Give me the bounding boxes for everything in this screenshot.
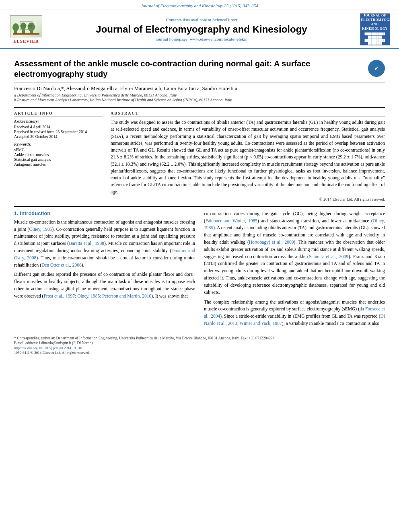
right-para-2: The complex relationship among the activ… (204, 299, 385, 327)
issn-line: 1050-6411/© 2014 Elsevier Ltd. All right… (14, 351, 385, 355)
received-date: Received 4 April 2014 (14, 125, 103, 129)
keyword-2: Ankle-flexor muscles (14, 152, 103, 157)
header-center: Contents lists available at ScienceDirec… (48, 17, 355, 41)
homepage-url[interactable]: www.elsevier.com/locate/jelekin (190, 37, 247, 41)
crossmark-badge: ✓ (368, 60, 385, 77)
keyword-3: Statistical gait analysis (14, 157, 103, 162)
body-right-col: co-contraction varies during the gait cy… (204, 210, 385, 330)
journal-homepage: journal homepage: www.elsevier.com/locat… (48, 37, 355, 41)
journal-logo-box: JOURNAL OF ELECTROMYOGRAPHY AND KINESIOL… (360, 13, 390, 45)
svg-text:ELSEVIER: ELSEVIER (19, 25, 33, 28)
ref-darainy-2008[interactable]: Darainy and Ostry, 2008 (14, 248, 195, 260)
ref-schmitz-2009[interactable]: Schmitz et al., 2009 (309, 254, 348, 259)
ref-frost-1997[interactable]: Frost et al., 1997; Olney, 1985; Peterso… (43, 294, 151, 298)
copyright-notice: © 2014 Elsevier Ltd. All rights reserved… (111, 197, 385, 201)
abstract-text: The study was designed to assess the co-… (111, 119, 385, 195)
received-revised-date: Received in revised form 23 September 20… (14, 129, 103, 134)
svg-rect-6 (13, 33, 39, 35)
article-info: ARTICLE INFO Article history: Received 4… (14, 111, 103, 201)
article-title: Assessment of the ankle muscle co-contra… (14, 58, 364, 79)
keyword-4: Antagonist muscles (14, 162, 103, 166)
authors-section: Francesco Di Nardo a,*, Alessandro Menga… (14, 83, 385, 103)
two-col-section: ARTICLE INFO Article history: Received 4… (14, 107, 385, 201)
sciencedirect-link[interactable]: ScienceDirect (212, 17, 237, 22)
main-content: Assessment of the ankle muscle co-contra… (0, 49, 399, 359)
elsevier-logo: ELSEVIER ELSEVIER (8, 15, 44, 43)
affiliation-2: b Posture and Movement Analysis Laborato… (14, 98, 385, 102)
intro-para-1: Muscle co-contraction is the simultaneou… (14, 219, 195, 269)
logo-title4: KINESIOLOGY (361, 27, 389, 31)
ref-olney-1985[interactable]: Olney, 1985 (29, 227, 52, 232)
ref-dinardo-2013[interactable]: Di Nardo et al., 2013; Winter and Yack, … (204, 314, 385, 326)
crossmark-icon: ✓ (371, 63, 382, 74)
logo-title1: JOURNAL OF (361, 14, 389, 17)
body-section: 1. Introduction Muscle co-contraction is… (14, 206, 385, 330)
authors-text: Francesco Di Nardo a,*, Alessandro Menga… (14, 85, 237, 91)
article-info-label: ARTICLE INFO (14, 111, 103, 117)
header-section: ELSEVIER ELSEVIER Contents lists availab… (0, 10, 399, 49)
history-label: Article history: (14, 119, 103, 123)
accepted-date: Accepted 26 October 2014 (14, 134, 103, 139)
footer-section: * Corresponding author at: Department of… (14, 334, 385, 355)
email-note: E-mail address: f.dinardo@univpm.it (F. … (14, 341, 385, 345)
affiliation-1: a Department of Information Engineering,… (14, 93, 385, 97)
affiliations: a Department of Information Engineering,… (14, 93, 385, 102)
top-bar: Journal of Electromyography and Kinesiol… (0, 0, 399, 10)
right-para-1: co-contraction varies during the gait cy… (204, 210, 385, 296)
keyword-1: sEMG (14, 148, 103, 152)
contents-line: Contents lists available at ScienceDirec… (48, 17, 355, 22)
ref-falconer-1985[interactable]: Falconer and Winter, 1985 (206, 218, 257, 223)
journal-title: Journal of Electromyography and Kinesiol… (48, 24, 355, 35)
body-left-col: 1. Introduction Muscle co-contraction is… (14, 210, 195, 330)
journal-logo-right: JOURNAL OF ELECTROMYOGRAPHY AND KINESIOL… (359, 13, 391, 45)
article-title-section: Assessment of the ankle muscle co-contra… (14, 53, 385, 83)
title-text: Assessment of the ankle muscle co-contra… (14, 58, 364, 79)
ref-denotter-2006[interactable]: Den Otter et al., 2006 (41, 263, 82, 267)
intro-heading: 1. Introduction (14, 210, 195, 216)
elsevier-logo-image: ELSEVIER (10, 15, 42, 37)
logo-title2: ELECTROMYOGRAPHY (361, 18, 389, 22)
elsevier-tree-svg: ELSEVIER (12, 17, 40, 35)
doi-line: http://dx.doi.org/10.1016/j.jelekin.2014… (14, 346, 385, 350)
abstract-section: ABSTRACT The study was designed to asses… (111, 111, 385, 201)
corresponding-note: * Corresponding author at: Department of… (14, 336, 385, 340)
intro-para-2: Different gait studies reported the pres… (14, 271, 195, 300)
keywords-label: Keywords: (14, 142, 103, 146)
ref-hortobagyi-2009[interactable]: Hortobagyi et al., 2009 (249, 240, 294, 244)
svg-text:✓: ✓ (374, 66, 379, 72)
journal-reference: Journal of Electromyography and Kinesiol… (141, 3, 258, 8)
ref-dafonseca-2004[interactable]: da Fonseca et al., 2004 (204, 306, 385, 318)
logo-body-text: ████████████████████████████████████████ (361, 33, 389, 45)
ref-baratta-1988[interactable]: Baratta et al., 1988 (69, 241, 104, 246)
logo-title3: AND (361, 23, 389, 26)
elsevier-brand-text: ELSEVIER (13, 39, 39, 43)
abstract-label: ABSTRACT (111, 111, 385, 117)
svg-point-1 (12, 23, 19, 31)
doi-text[interactable]: http://dx.doi.org/10.1016/j.jelekin.2014… (14, 346, 82, 350)
author-email[interactable]: f.dinardo@univpm.it (39, 341, 71, 345)
authors-line: Francesco Di Nardo a,*, Alessandro Menga… (14, 85, 385, 92)
